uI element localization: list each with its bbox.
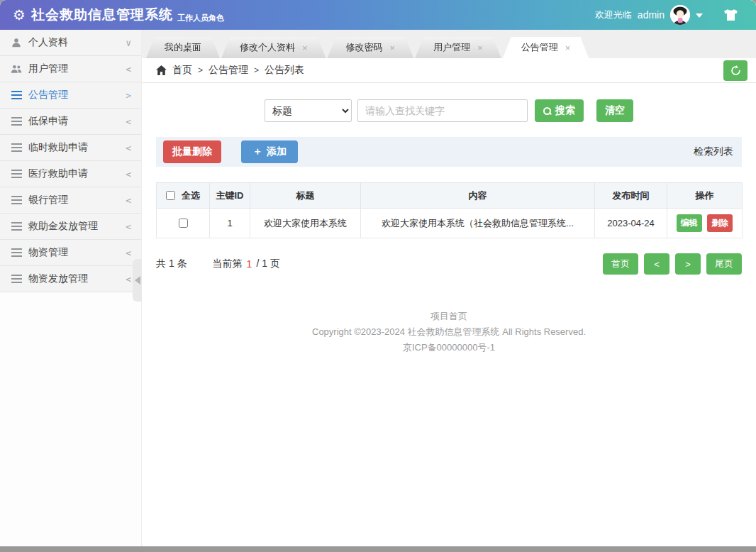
chevron-collapsed-icon: < bbox=[126, 248, 131, 258]
breadcrumb-level1[interactable]: 公告管理 bbox=[209, 64, 248, 77]
menu-icon bbox=[10, 170, 23, 178]
sidebar-item-label: 个人资料 bbox=[28, 36, 68, 49]
first-page-button[interactable]: 首页 bbox=[603, 253, 638, 275]
refresh-button[interactable] bbox=[723, 60, 747, 81]
add-button-label: 添加 bbox=[267, 145, 287, 158]
close-icon[interactable]: × bbox=[477, 43, 483, 53]
row-content: 欢迎大家使用本系统（社会救助信息管理系统... bbox=[361, 209, 595, 238]
add-button[interactable]: ＋ 添加 bbox=[241, 140, 298, 163]
row-checkbox[interactable] bbox=[179, 219, 188, 228]
app-header: ⚙ 社会救助信息管理系统 工作人员角色 欢迎光临 admin bbox=[0, 0, 756, 30]
row-checkbox-cell bbox=[157, 209, 210, 238]
row-operations: 编辑 删除 bbox=[667, 209, 743, 238]
close-icon[interactable]: × bbox=[390, 43, 396, 53]
tab-edit-profile[interactable]: 修改个人资料 × bbox=[221, 37, 326, 58]
search-input[interactable] bbox=[357, 99, 528, 122]
sidebar-item-temporary-aid[interactable]: 临时救助申请 < bbox=[0, 135, 141, 161]
users-icon bbox=[10, 65, 23, 74]
sidebar-item-lowincome-application[interactable]: 低保申请 < bbox=[0, 109, 141, 135]
chevron-down-icon[interactable] bbox=[696, 13, 703, 18]
sidebar-item-medical-aid[interactable]: 医疗救助申请 < bbox=[0, 161, 141, 187]
gear-icon: ⚙ bbox=[13, 8, 26, 22]
chevron-collapsed-icon: < bbox=[126, 221, 131, 232]
breadcrumb: 首页 > 公告管理 > 公告列表 bbox=[156, 64, 304, 77]
sidebar: 个人资料 ∨ 用户管理 < 公告管理 > 低保申请 < bbox=[0, 30, 142, 546]
sidebar-item-label: 公告管理 bbox=[28, 89, 68, 101]
sidebar-item-user-mgmt[interactable]: 用户管理 < bbox=[0, 56, 141, 82]
menu-icon bbox=[10, 143, 23, 152]
menu-icon bbox=[10, 222, 23, 231]
footer-icp: 京ICP备00000000号-1 bbox=[156, 340, 742, 355]
table-header-row: 全选 主键ID 标题 内容 发布时间 操作 bbox=[157, 183, 743, 209]
announcement-table: 全选 主键ID 标题 内容 发布时间 操作 1 bbox=[156, 182, 743, 238]
sidebar-item-label: 救助金发放管理 bbox=[28, 220, 98, 233]
app-window: ⚙ 社会救助信息管理系统 工作人员角色 欢迎光临 admin bbox=[0, 0, 756, 546]
menu-icon bbox=[10, 248, 23, 257]
username: admin bbox=[638, 9, 665, 21]
select-all-checkbox[interactable] bbox=[166, 191, 175, 200]
current-page-number: 1 bbox=[247, 258, 252, 270]
clear-button[interactable]: 清空 bbox=[596, 99, 633, 122]
plus-icon: ＋ bbox=[252, 145, 262, 158]
menu-icon bbox=[10, 275, 23, 283]
sidebar-item-bank-mgmt[interactable]: 银行管理 < bbox=[0, 187, 141, 214]
chevron-down-icon: ∨ bbox=[126, 38, 131, 48]
menu-icon bbox=[10, 91, 23, 99]
edit-button[interactable]: 编辑 bbox=[677, 214, 702, 232]
prev-page-button[interactable]: < bbox=[644, 253, 669, 275]
sidebar-item-label: 物资发放管理 bbox=[28, 272, 88, 285]
close-icon[interactable]: × bbox=[565, 43, 571, 53]
search-field-select[interactable]: 标题 bbox=[265, 99, 352, 122]
menu-icon bbox=[10, 196, 23, 204]
sidebar-item-materials-distribution[interactable]: 物资发放管理 < bbox=[0, 266, 141, 292]
total-count: 共 1 条 bbox=[156, 258, 187, 270]
sidebar-item-materials-mgmt[interactable]: 物资管理 < bbox=[0, 240, 141, 266]
search-icon bbox=[543, 107, 551, 115]
chevron-collapsed-icon: < bbox=[126, 64, 131, 74]
select-all-label: 全选 bbox=[182, 190, 200, 201]
last-page-button[interactable]: 尾页 bbox=[706, 253, 742, 275]
role-badge: 工作人员角色 bbox=[177, 13, 224, 23]
footer-copyright: Copyright ©2023-2024 社会救助信息管理系统 All Righ… bbox=[156, 324, 742, 340]
chevron-collapsed-icon: < bbox=[126, 195, 131, 206]
shirt-icon[interactable] bbox=[724, 9, 738, 21]
search-button-label: 搜索 bbox=[555, 104, 575, 117]
batch-delete-button[interactable]: 批量删除 bbox=[163, 140, 221, 163]
tab-label: 我的桌面 bbox=[165, 37, 201, 58]
pagination: 共 1 条 当前第 1 / 1 页 首页 < > 尾页 bbox=[156, 253, 742, 275]
tab-my-desktop[interactable]: 我的桌面 bbox=[146, 37, 220, 58]
total-pages: / 1 页 bbox=[256, 258, 279, 270]
avatar[interactable] bbox=[670, 5, 690, 25]
sidebar-item-aid-fund-distribution[interactable]: 救助金发放管理 < bbox=[0, 214, 141, 240]
next-page-button[interactable]: > bbox=[675, 253, 701, 275]
tab-change-password[interactable]: 修改密码 × bbox=[328, 37, 414, 58]
sidebar-item-profile[interactable]: 个人资料 ∨ bbox=[0, 30, 141, 56]
tab-bar: 我的桌面 修改个人资料 × 修改密码 × 用户管理 × 公告管理 × bbox=[142, 30, 756, 58]
pagination-info: 共 1 条 当前第 1 / 1 页 bbox=[156, 258, 280, 270]
tab-label: 修改密码 bbox=[346, 37, 383, 58]
welcome-text: 欢迎光临 bbox=[595, 9, 632, 21]
column-header-title: 标题 bbox=[250, 183, 361, 209]
footer-project-link[interactable]: 项目首页 bbox=[156, 309, 742, 324]
sidebar-item-label: 低保申请 bbox=[28, 115, 68, 128]
tab-label: 公告管理 bbox=[521, 37, 558, 58]
content-panel: 标题 搜索 清空 批量删除 ＋ 添加 bbox=[142, 83, 756, 546]
column-header-operations: 操作 bbox=[667, 183, 743, 209]
select-all-cell: 全选 bbox=[157, 183, 210, 209]
breadcrumb-home[interactable]: 首页 bbox=[172, 64, 192, 77]
tab-announcement-mgmt[interactable]: 公告管理 × bbox=[503, 37, 589, 58]
home-icon bbox=[156, 65, 167, 75]
breadcrumb-bar: 首页 > 公告管理 > 公告列表 bbox=[142, 58, 756, 82]
main-area: 我的桌面 修改个人资料 × 修改密码 × 用户管理 × 公告管理 × bbox=[142, 30, 756, 546]
delete-button[interactable]: 删除 bbox=[707, 214, 733, 232]
chevron-collapsed-icon: < bbox=[126, 143, 131, 153]
sidebar-item-label: 用户管理 bbox=[28, 62, 68, 75]
sidebar-collapse-handle[interactable] bbox=[133, 259, 142, 302]
search-bar: 标题 搜索 清空 bbox=[156, 99, 742, 122]
search-button[interactable]: 搜索 bbox=[535, 99, 584, 122]
tab-user-mgmt[interactable]: 用户管理 × bbox=[415, 37, 501, 58]
close-icon[interactable]: × bbox=[302, 43, 308, 53]
sidebar-item-label: 银行管理 bbox=[28, 194, 68, 206]
column-header-id: 主键ID bbox=[210, 183, 250, 209]
sidebar-item-announcement-mgmt[interactable]: 公告管理 > bbox=[0, 82, 141, 109]
